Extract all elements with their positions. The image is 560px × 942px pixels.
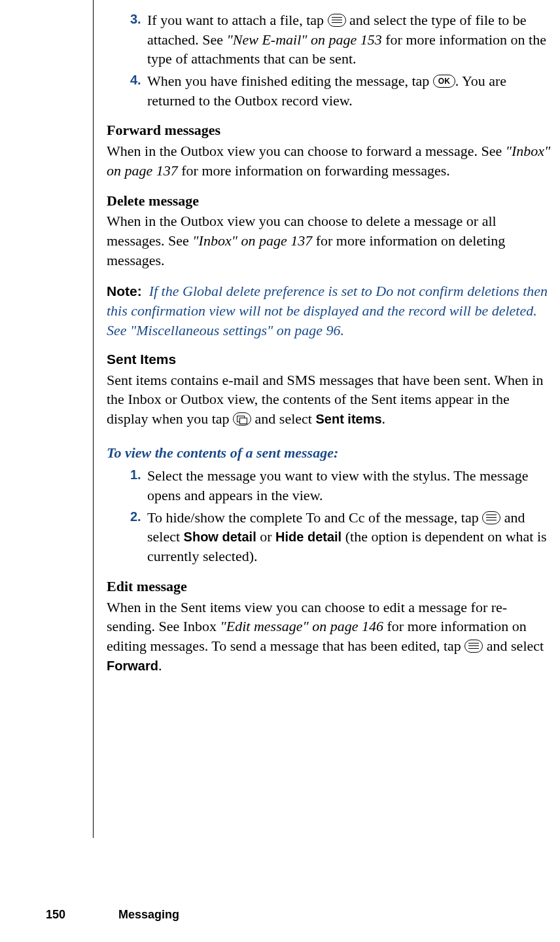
ui-label-hide-detail: Hide detail bbox=[275, 530, 341, 544]
text-fragment: for more information on forwarding messa… bbox=[178, 162, 450, 179]
text-fragment: When in the Outbox view you can choose t… bbox=[107, 143, 506, 159]
page-number: 150 bbox=[46, 907, 115, 922]
delete-text: When in the Outbox view you can choose t… bbox=[107, 211, 553, 270]
note-section: Note: If the Global delete preference is… bbox=[107, 281, 553, 340]
menu-icon bbox=[464, 640, 483, 653]
text-fragment: or bbox=[256, 528, 275, 545]
text-fragment: When you have finished editing the messa… bbox=[147, 73, 433, 89]
step-number: 3. bbox=[130, 10, 141, 28]
step-text: When you have finished editing the messa… bbox=[147, 73, 506, 109]
ui-label-forward: Forward bbox=[107, 659, 158, 673]
step-3: 3. If you want to attach a file, tap and… bbox=[147, 10, 553, 69]
delete-heading: Delete message bbox=[107, 191, 553, 211]
switcher-icon bbox=[233, 412, 251, 426]
note-body: If the Global delete preference is set t… bbox=[107, 283, 548, 338]
page-content: 3. If you want to attach a file, tap and… bbox=[93, 0, 560, 838]
step-4: 4. When you have finished editing the me… bbox=[147, 71, 553, 110]
page-reference: "New E-mail" on page 153 bbox=[227, 31, 382, 48]
step-text: If you want to attach a file, tap and se… bbox=[147, 12, 546, 67]
ui-label-sent-items: Sent items bbox=[315, 412, 381, 426]
page-reference: "Inbox" on page 137 bbox=[192, 232, 312, 249]
sent-items-heading: Sent Items bbox=[107, 350, 553, 369]
text-fragment: . bbox=[158, 657, 162, 674]
page-reference: "Edit message" on page 146 bbox=[220, 618, 383, 634]
text-fragment: and select bbox=[487, 638, 544, 654]
ok-icon: OK bbox=[433, 75, 455, 88]
edit-heading: Edit message bbox=[107, 577, 553, 596]
forward-text: When in the Outbox view you can choose t… bbox=[107, 141, 553, 180]
edit-section: Edit message When in the Sent items view… bbox=[107, 577, 553, 675]
view-sent-heading: To view the contents of a sent message: bbox=[107, 443, 553, 463]
ui-label-show-detail: Show detail bbox=[184, 530, 256, 544]
text-fragment: . bbox=[382, 410, 386, 427]
sent-items-text: Sent items contains e-mail and SMS messa… bbox=[107, 371, 553, 429]
view-step-1: 1. Select the message you want to view w… bbox=[147, 466, 553, 505]
step-number: 2. bbox=[130, 508, 141, 526]
forward-heading: Forward messages bbox=[107, 120, 553, 140]
step-number: 1. bbox=[130, 466, 141, 484]
step-number: 4. bbox=[130, 71, 141, 89]
menu-icon bbox=[328, 14, 346, 27]
edit-text: When in the Sent items view you can choo… bbox=[107, 598, 553, 676]
chapter-title: Messaging bbox=[118, 908, 179, 921]
menu-icon bbox=[482, 511, 500, 524]
step-text: Select the message you want to view with… bbox=[147, 467, 528, 503]
delete-section: Delete message When in the Outbox view y… bbox=[107, 191, 553, 270]
text-fragment: and select bbox=[255, 410, 316, 427]
page-footer: 150 Messaging bbox=[46, 907, 179, 922]
view-step-2: 2. To hide/show the complete To and Cc o… bbox=[147, 508, 553, 566]
note-label: Note: bbox=[107, 283, 142, 299]
step-text: To hide/show the complete To and Cc of t… bbox=[147, 509, 547, 564]
text-fragment: To hide/show the complete To and Cc of t… bbox=[147, 509, 482, 526]
text-fragment: If you want to attach a file, tap bbox=[147, 12, 328, 28]
forward-section: Forward messages When in the Outbox view… bbox=[107, 120, 553, 180]
